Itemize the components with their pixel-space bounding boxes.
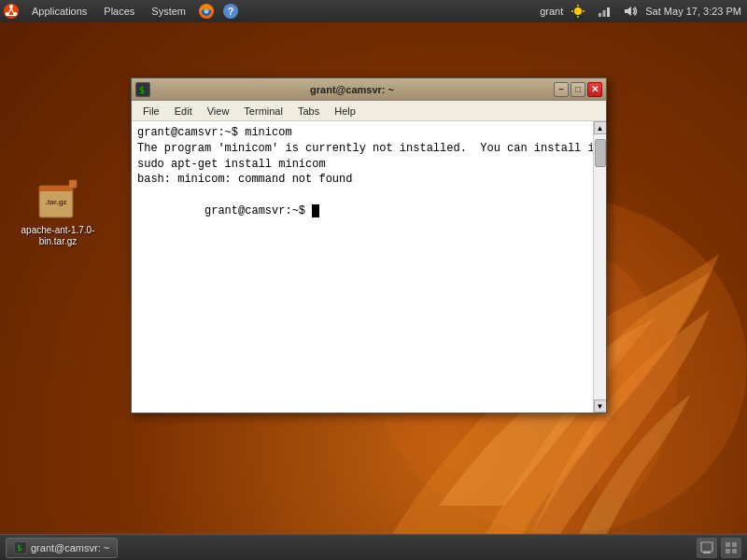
help-menu[interactable]: Help — [327, 104, 363, 119]
svg-rect-30 — [701, 542, 712, 552]
terminal-line-5: grant@camsvr:~$ — [137, 188, 587, 234]
scrollbar-track[interactable] — [594, 134, 607, 399]
terminal-line-1: grant@camsvr:~$ minicom — [137, 125, 587, 141]
scrollbar-up-button[interactable]: ▲ — [594, 121, 607, 134]
desktop-icon-apache-ant[interactable]: .tar.gz apache-ant-1.7.0-bin.tar.gz — [21, 177, 95, 247]
scrollbar-down-button[interactable]: ▼ — [594, 399, 607, 413]
svg-text:$: $ — [17, 543, 21, 553]
svg-rect-23 — [39, 186, 73, 191]
file-menu[interactable]: File — [135, 104, 167, 119]
apache-ant-icon-label: apache-ant-1.7.0-bin.tar.gz — [21, 225, 95, 247]
firefox-icon[interactable] — [197, 2, 216, 21]
svg-rect-34 — [726, 549, 730, 553]
terminal-output[interactable]: grant@camsvr:~$ minicom The program 'min… — [132, 121, 593, 413]
terminal-scrollbar[interactable]: ▲ ▼ — [593, 121, 606, 413]
taskbar-terminal-item[interactable]: $ grant@camsvr: ~ — [6, 538, 118, 558]
top-panel: Applications Places System ? — [0, 0, 747, 22]
window-controls: – □ ✕ — [554, 82, 602, 97]
svg-rect-33 — [732, 542, 737, 547]
ubuntu-logo-icon[interactable] — [2, 2, 21, 21]
taskbar-terminal-label: grant@camsvr: ~ — [31, 542, 109, 553]
terminal-line-2: The program 'minicom' is currently not i… — [137, 141, 587, 157]
apache-ant-icon-image: .tar.gz — [35, 177, 80, 222]
help-icon[interactable]: ? — [221, 2, 240, 21]
window-menubar: File Edit View Terminal Tabs Help — [132, 101, 606, 121]
terminal-cursor — [312, 204, 319, 217]
volume-icon[interactable] — [621, 2, 640, 21]
svg-rect-31 — [703, 552, 711, 553]
svg-text:.tar.gz: .tar.gz — [45, 198, 66, 206]
terminal-line-3: sudo apt-get install minicom — [137, 157, 587, 173]
show-desktop-button[interactable] — [697, 538, 717, 558]
tabs-menu[interactable]: Tabs — [290, 104, 327, 119]
svg-rect-19 — [607, 7, 610, 17]
system-menu[interactable]: System — [144, 0, 193, 22]
sun-icon[interactable] — [569, 2, 587, 21]
network-icon[interactable] — [595, 2, 613, 21]
view-menu[interactable]: View — [200, 104, 237, 119]
terminal-body: grant@camsvr:~$ minicom The program 'min… — [132, 121, 606, 413]
taskbar-terminal-icon: $ — [14, 541, 27, 554]
terminal-menu[interactable]: Terminal — [236, 104, 290, 119]
username-label: grant — [540, 6, 563, 17]
window-app-icon: $ — [135, 82, 150, 97]
scrollbar-thumb[interactable] — [595, 139, 606, 167]
panel-right: grant — [540, 2, 747, 21]
svg-rect-18 — [603, 10, 606, 17]
workspace-switcher-button[interactable] — [721, 538, 741, 558]
svg-text:?: ? — [228, 6, 234, 17]
applications-menu[interactable]: Applications — [24, 0, 94, 22]
desktop: Applications Places System ? — [0, 0, 747, 560]
svg-marker-20 — [625, 7, 631, 16]
bottom-panel: $ grant@camsvr: ~ — [0, 534, 747, 560]
window-titlebar: $ grant@camsvr: ~ – □ ✕ — [132, 78, 606, 101]
terminal-window: $ grant@camsvr: ~ – □ ✕ File Edit View T… — [131, 77, 607, 413]
window-title: grant@camsvr: ~ — [154, 84, 550, 95]
svg-text:$: $ — [139, 85, 145, 95]
minimize-button[interactable]: – — [554, 82, 569, 97]
datetime-label: Sat May 17, 3:23 PM — [645, 6, 741, 17]
places-menu[interactable]: Places — [96, 0, 142, 22]
panel-left: Applications Places System ? — [0, 0, 540, 22]
svg-rect-17 — [599, 13, 601, 17]
svg-point-12 — [574, 7, 582, 15]
terminal-line-4: bash: minicom: command not found — [137, 172, 587, 188]
close-button[interactable]: ✕ — [587, 82, 602, 97]
maximize-button[interactable]: □ — [571, 82, 585, 97]
svg-rect-35 — [732, 549, 737, 553]
taskbar-right — [697, 538, 747, 558]
edit-menu[interactable]: Edit — [167, 104, 200, 119]
svg-rect-32 — [726, 542, 730, 547]
